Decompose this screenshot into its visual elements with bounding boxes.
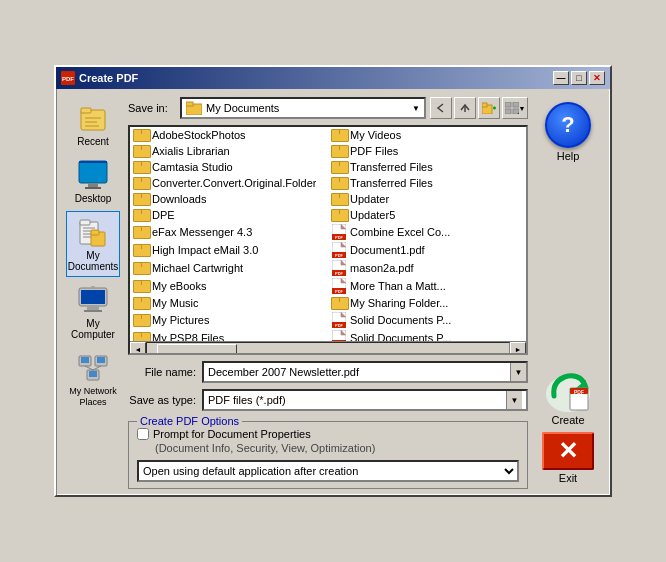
- svg-rect-15: [84, 310, 102, 312]
- list-item[interactable]: Converter.Convert.Original.Folder: [130, 175, 328, 191]
- help-label: Help: [557, 150, 580, 162]
- pdf-icon: PDF: [331, 260, 347, 276]
- list-item[interactable]: AdobeStockPhotos: [130, 127, 328, 143]
- file-name: Transferred Files: [350, 161, 433, 173]
- list-item[interactable]: Updater: [328, 191, 526, 207]
- svg-rect-7: [85, 187, 101, 189]
- sidebar-item-my-network[interactable]: My Network Places: [66, 347, 120, 413]
- prompt-checkbox[interactable]: [137, 428, 149, 440]
- file-name: Converter.Convert.Original.Folder: [152, 177, 316, 189]
- list-item[interactable]: My Videos: [328, 127, 526, 143]
- horizontal-scrollbar[interactable]: ◄ ►: [130, 341, 526, 355]
- scroll-track[interactable]: [146, 342, 510, 356]
- filename-dropdown-arrow[interactable]: ▼: [510, 363, 526, 381]
- exit-button[interactable]: ✕: [542, 432, 594, 470]
- list-item[interactable]: PDF Solid Documents P...: [328, 329, 526, 341]
- my-documents-icon: [77, 216, 109, 248]
- svg-rect-18: [81, 357, 89, 363]
- create-arrow-svg: PDF: [542, 366, 594, 414]
- title-icon: PDF: [61, 71, 75, 85]
- list-item[interactable]: PDF More Than a Matt...: [328, 277, 526, 295]
- sidebar-item-desktop[interactable]: Desktop: [66, 154, 120, 209]
- list-item[interactable]: Michael Cartwright: [130, 259, 328, 277]
- file-list-grid: AdobeStockPhotos My Videos Axialis Libra…: [130, 127, 526, 341]
- new-folder-button[interactable]: [478, 97, 500, 119]
- svg-rect-6: [88, 183, 98, 187]
- pdf-icon: PDF: [331, 278, 347, 294]
- create-label: Create: [551, 414, 584, 426]
- folder-icon: [331, 176, 347, 190]
- file-name: AdobeStockPhotos: [152, 129, 246, 141]
- sidebar-item-my-documents[interactable]: My Documents: [66, 211, 120, 277]
- file-name: Transferred Files: [350, 177, 433, 189]
- list-item[interactable]: My eBooks: [130, 277, 328, 295]
- list-item[interactable]: Updater5: [328, 207, 526, 223]
- folder-icon: [133, 144, 149, 158]
- pdf-icon: PDF: [331, 312, 347, 328]
- list-item[interactable]: My Music: [130, 295, 328, 311]
- list-item[interactable]: Axialis Librarian: [130, 143, 328, 159]
- sidebar-label-recent: Recent: [77, 136, 109, 147]
- sidebar-item-my-computer[interactable]: My Computer: [66, 279, 120, 345]
- filetype-select-wrapper[interactable]: PDF files (*.pdf) ▼: [202, 389, 528, 411]
- folder-small-icon: [186, 101, 202, 115]
- file-list-scrollable[interactable]: AdobeStockPhotos My Videos Axialis Libra…: [130, 127, 526, 341]
- svg-text:PDF: PDF: [335, 253, 344, 258]
- list-item[interactable]: PDF mason2a.pdf: [328, 259, 526, 277]
- back-button[interactable]: [430, 97, 452, 119]
- svg-rect-3: [81, 108, 91, 113]
- list-item[interactable]: My PSP8 Files: [130, 329, 328, 341]
- list-item[interactable]: DPE: [130, 207, 328, 223]
- save-in-dropdown[interactable]: My Documents ▼: [180, 97, 426, 119]
- filetype-dropdown-arrow[interactable]: ▼: [506, 391, 522, 409]
- list-item[interactable]: Camtasia Studio: [130, 159, 328, 175]
- options-legend: Create PDF Options: [137, 415, 242, 427]
- filename-input[interactable]: [204, 366, 510, 378]
- save-in-value: My Documents: [206, 102, 408, 114]
- list-item[interactable]: My Pictures: [130, 311, 328, 329]
- list-item[interactable]: PDF Files: [328, 143, 526, 159]
- svg-text:PDF: PDF: [335, 289, 344, 294]
- folder-icon: [133, 313, 149, 327]
- svg-text:PDF: PDF: [62, 76, 74, 82]
- scroll-left-button[interactable]: ◄: [130, 342, 146, 356]
- folder-icon: [133, 208, 149, 222]
- minimize-button[interactable]: —: [553, 71, 569, 85]
- open-after-select[interactable]: Open using default application after cre…: [137, 460, 519, 482]
- close-button[interactable]: ✕: [589, 71, 605, 85]
- svg-line-24: [93, 366, 101, 370]
- list-item[interactable]: PDF Combine Excel Co...: [328, 223, 526, 241]
- list-item[interactable]: Transferred Files: [328, 175, 526, 191]
- list-item[interactable]: Downloads: [130, 191, 328, 207]
- create-button-wrap[interactable]: PDF Create: [542, 366, 594, 426]
- svg-rect-32: [505, 102, 511, 107]
- file-name: Updater: [350, 193, 389, 205]
- exit-icon: ✕: [558, 439, 578, 463]
- pdf-icon: PDF: [331, 224, 347, 240]
- maximize-button[interactable]: □: [571, 71, 587, 85]
- file-name: Solid Documents P...: [350, 332, 451, 341]
- file-name: My Sharing Folder...: [350, 297, 448, 309]
- scroll-right-button[interactable]: ►: [510, 342, 526, 356]
- list-item[interactable]: eFax Messenger 4.3: [130, 223, 328, 241]
- sidebar-item-recent[interactable]: Recent: [66, 97, 120, 152]
- svg-rect-9: [80, 220, 90, 225]
- up-button[interactable]: [454, 97, 476, 119]
- list-item[interactable]: My Sharing Folder...: [328, 295, 526, 311]
- list-item[interactable]: PDF Document1.pdf: [328, 241, 526, 259]
- file-name: Combine Excel Co...: [350, 226, 450, 238]
- filetype-value: PDF files (*.pdf): [208, 394, 506, 406]
- my-computer-icon: [77, 284, 109, 316]
- svg-rect-22: [89, 371, 97, 377]
- list-item[interactable]: High Impact eMail 3.0: [130, 241, 328, 259]
- views-button[interactable]: ▼: [502, 97, 528, 119]
- list-item[interactable]: PDF Solid Documents P...: [328, 311, 526, 329]
- prompt-label: Prompt for Document Properties: [153, 428, 311, 440]
- svg-rect-13: [81, 290, 105, 304]
- svg-text:PDF: PDF: [335, 323, 344, 328]
- network-icon: [77, 352, 109, 384]
- file-name: High Impact eMail 3.0: [152, 244, 258, 256]
- scroll-thumb[interactable]: [157, 344, 237, 356]
- help-button[interactable]: ?: [545, 102, 591, 148]
- list-item[interactable]: Transferred Files: [328, 159, 526, 175]
